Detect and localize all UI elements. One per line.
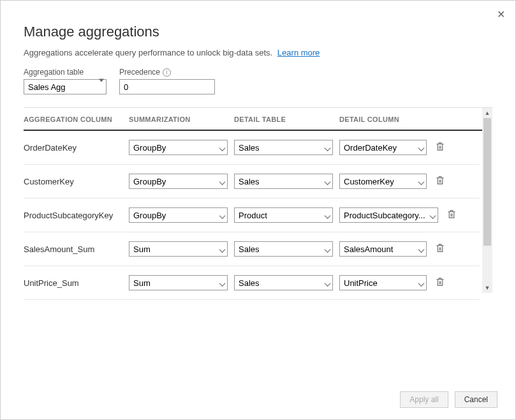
detail-table-select-value: Product [239,211,267,220]
summarization-select[interactable]: Sum [129,241,228,257]
chevron-down-icon [419,278,424,288]
chevron-down-icon [419,177,424,186]
summarization-select[interactable]: GroupBy [129,140,228,155]
header-agg-column: AGGREGATION COLUMN [24,116,129,123]
trash-icon [436,243,445,253]
summarization-select-value: Sum [133,278,151,288]
detail-column-select[interactable]: UnitPrice [339,275,427,290]
info-icon[interactable]: i [163,68,171,77]
chevron-down-icon [325,177,330,186]
apply-all-button[interactable]: Apply all [400,391,448,408]
close-icon: ✕ [497,9,505,20]
header-detail-column: DETAIL COLUMN [339,116,445,123]
chevron-down-icon [431,211,435,220]
detail-column-select[interactable]: ProductSubcategory... [339,207,438,223]
chevron-down-icon [220,177,225,186]
delete-row-button[interactable] [436,142,445,154]
chevron-down-icon [325,143,330,153]
trash-icon [447,209,456,219]
detail-table-select[interactable]: Sales [234,275,333,290]
detail-table-select[interactable]: Sales [234,241,333,257]
detail-column-select[interactable]: CustomerKey [339,174,427,189]
detail-table-select-value: Sales [239,177,260,186]
agg-table-value: Sales Agg [28,82,66,92]
top-controls: Aggregation table Sales Agg Precedence i [24,68,492,94]
dialog-body: Manage aggregations Aggregations acceler… [1,1,515,300]
precedence-group: Precedence i [119,68,215,94]
scroll-up-icon[interactable]: ▲ [482,108,492,118]
learn-more-link[interactable]: Learn more [277,48,320,57]
cancel-button[interactable]: Cancel [455,391,498,408]
summarization-select-value: GroupBy [133,177,166,186]
table-row: CustomerKey GroupBy Sales CustomerKey [24,165,480,199]
detail-table-select-value: Sales [239,278,260,288]
trash-icon [436,176,445,185]
dialog-footer: Apply all Cancel [400,391,498,408]
agg-table-label: Aggregation table [24,68,107,77]
detail-table-select[interactable]: Sales [234,140,333,155]
chevron-down-icon [419,143,424,153]
detail-column-select-value: UnitPrice [344,278,378,288]
table-header-row: AGGREGATION COLUMN SUMMARIZATION DETAIL … [24,108,492,131]
description-text: Aggregations accelerate query performanc… [24,48,272,57]
summarization-select[interactable]: Sum [129,275,228,290]
chevron-down-icon [220,211,225,220]
precedence-label-text: Precedence [119,68,160,77]
agg-column-cell: SalesAmount_Sum [24,244,129,254]
chevron-down-icon [220,244,225,254]
detail-table-select-value: Sales [239,143,260,153]
detail-column-select-value: OrderDateKey [344,143,397,153]
chevron-down-icon [325,244,330,254]
summarization-select-value: GroupBy [133,211,166,220]
detail-column-select[interactable]: OrderDateKey [339,140,427,155]
trash-icon [436,277,445,287]
aggregation-table: ▲ ▼ AGGREGATION COLUMN SUMMARIZATION DET… [24,107,492,300]
table-row: OrderDateKey GroupBy Sales OrderDateKey [24,131,480,165]
summarization-select-value: Sum [133,244,151,254]
detail-column-select[interactable]: SalesAmount [339,241,427,257]
detail-column-select-value: SalesAmount [344,244,393,254]
agg-table-group: Aggregation table Sales Agg [24,68,107,94]
chevron-down-icon [220,143,225,153]
chevron-down-icon [325,278,330,288]
delete-row-button[interactable] [436,176,445,188]
dialog-title: Manage aggregations [24,24,492,40]
chevron-down-icon [325,211,330,220]
agg-column-cell: OrderDateKey [24,143,129,153]
chevron-down-icon [419,244,424,254]
precedence-label: Precedence i [119,68,215,77]
summarization-select-value: GroupBy [133,143,166,153]
detail-table-select[interactable]: Sales [234,174,333,189]
detail-column-select-value: CustomerKey [344,177,394,186]
detail-column-select-value: ProductSubcategory... [344,211,425,220]
chevron-down-icon [220,278,225,288]
delete-row-button[interactable] [436,243,445,255]
detail-table-select-value: Sales [239,244,260,254]
table-row: ProductSubcategoryKey GroupBy Product Pr… [24,199,480,232]
agg-table-select[interactable]: Sales Agg [24,79,107,94]
scroll-down-icon[interactable]: ▼ [482,283,492,293]
delete-row-button[interactable] [436,277,445,289]
summarization-select[interactable]: GroupBy [129,207,228,223]
summarization-select[interactable]: GroupBy [129,174,228,189]
scrollbar[interactable]: ▲ ▼ [482,108,492,293]
close-button[interactable]: ✕ [497,8,505,20]
dialog-description: Aggregations accelerate query performanc… [24,48,492,57]
detail-table-select[interactable]: Product [234,207,333,223]
table-row: UnitPrice_Sum Sum Sales UnitPrice [24,266,480,300]
trash-icon [436,142,445,151]
scroll-thumb[interactable] [483,118,491,246]
dropdown-arrow-icon [99,82,104,92]
precedence-input[interactable] [119,79,215,94]
agg-column-cell: CustomerKey [24,177,129,186]
header-detail-table: DETAIL TABLE [234,116,339,123]
agg-column-cell: UnitPrice_Sum [24,278,129,288]
header-summarization: SUMMARIZATION [129,116,234,123]
delete-row-button[interactable] [447,209,456,221]
agg-column-cell: ProductSubcategoryKey [24,211,129,220]
table-row: SalesAmount_Sum Sum Sales SalesAmount [24,232,480,266]
